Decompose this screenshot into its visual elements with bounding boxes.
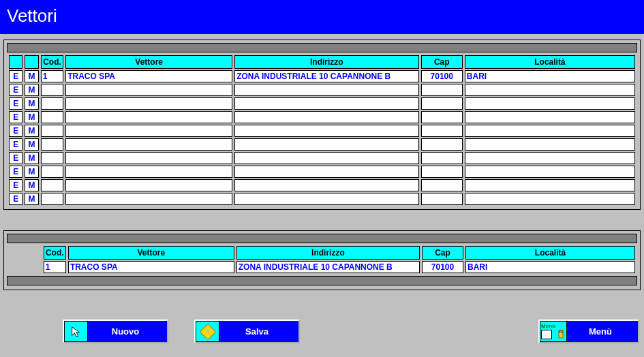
- cell-cod[interactable]: [41, 166, 63, 178]
- cell-indirizzo[interactable]: [234, 179, 419, 191]
- detail-localita[interactable]: BARI: [465, 261, 635, 273]
- row-delete-button[interactable]: E: [9, 138, 22, 151]
- detail-col-vettore: Vettore: [68, 246, 234, 260]
- cell-indirizzo[interactable]: [234, 138, 419, 151]
- row-modify-button[interactable]: M: [25, 111, 38, 123]
- row-delete-button[interactable]: E: [9, 111, 22, 123]
- menu-label: Menù: [570, 326, 638, 337]
- cell-indirizzo[interactable]: [234, 152, 419, 164]
- cell-localita[interactable]: [465, 166, 635, 178]
- col-header-empty1: [9, 55, 22, 69]
- row-modify-button[interactable]: M: [25, 97, 38, 110]
- cell-vettore[interactable]: [65, 152, 232, 164]
- table-row: EM: [9, 166, 635, 178]
- cell-localita[interactable]: [465, 193, 635, 205]
- cell-vettore[interactable]: [65, 179, 232, 191]
- row-modify-button[interactable]: M: [25, 138, 38, 151]
- cell-localita[interactable]: [465, 125, 635, 137]
- row-delete-button[interactable]: E: [9, 193, 22, 205]
- detail-vettore[interactable]: TRACO SPA: [68, 261, 234, 273]
- cell-indirizzo[interactable]: [234, 97, 419, 110]
- cell-vettore[interactable]: [65, 166, 232, 178]
- nuovo-button[interactable]: Nuovo: [63, 320, 168, 343]
- cell-localita[interactable]: [465, 84, 635, 96]
- salva-label: Salva: [222, 326, 298, 337]
- cell-vettore[interactable]: [65, 138, 232, 151]
- detail-col-indirizzo: Indirizzo: [236, 246, 420, 260]
- detail-cap[interactable]: 70100: [422, 261, 463, 273]
- cell-cap[interactable]: [421, 125, 463, 137]
- cell-cod[interactable]: 1: [41, 70, 63, 82]
- cell-vettore[interactable]: [65, 97, 232, 110]
- cell-indirizzo[interactable]: [234, 193, 419, 205]
- table-row: EM: [9, 193, 635, 205]
- row-delete-button[interactable]: E: [9, 166, 22, 178]
- cell-vettore[interactable]: TRACO SPA: [65, 70, 232, 82]
- salva-button[interactable]: Salva: [194, 320, 300, 343]
- detail-cod[interactable]: 1: [44, 261, 66, 273]
- row-delete-button[interactable]: E: [9, 84, 22, 96]
- menu-button[interactable]: Menù Menù: [538, 320, 639, 343]
- detail-indirizzo[interactable]: ZONA INDUSTRIALE 10 CAPANNONE B: [236, 261, 420, 273]
- row-delete-button[interactable]: E: [9, 97, 22, 110]
- col-header-empty2: [25, 55, 38, 69]
- cell-indirizzo[interactable]: ZONA INDUSTRIALE 10 CAPANNONE B: [234, 70, 419, 82]
- cell-vettore[interactable]: [65, 84, 232, 96]
- row-modify-button[interactable]: M: [25, 125, 38, 137]
- cell-localita[interactable]: [465, 111, 635, 123]
- cell-cod[interactable]: [41, 84, 63, 96]
- cell-indirizzo[interactable]: [234, 84, 419, 96]
- cell-cod[interactable]: [41, 138, 63, 151]
- cell-cod[interactable]: [41, 179, 63, 191]
- row-delete-button[interactable]: E: [9, 70, 22, 82]
- grid-toolbar: [7, 43, 637, 52]
- detail-col-cod: Cod.: [44, 246, 66, 260]
- row-modify-button[interactable]: M: [25, 84, 38, 96]
- cell-localita[interactable]: [465, 179, 635, 191]
- cell-indirizzo[interactable]: [234, 125, 419, 137]
- col-header-cap: Cap: [421, 55, 463, 69]
- cell-cap[interactable]: [421, 138, 463, 151]
- detail-row: 1 TRACO SPA ZONA INDUSTRIALE 10 CAPANNON…: [9, 261, 635, 273]
- cell-cap[interactable]: [421, 84, 463, 96]
- detail-col-cap: Cap: [422, 246, 463, 260]
- cell-localita[interactable]: BARI: [465, 70, 635, 82]
- cell-indirizzo[interactable]: [234, 166, 419, 178]
- row-modify-button[interactable]: M: [25, 152, 38, 164]
- cell-cod[interactable]: [41, 111, 63, 123]
- cell-cap[interactable]: [421, 179, 463, 191]
- col-header-cod: Cod.: [41, 55, 63, 69]
- col-header-vettore: Vettore: [65, 55, 232, 69]
- detail-toolbar: [7, 234, 637, 243]
- nuovo-label: Nuovo: [91, 326, 167, 337]
- cell-localita[interactable]: [465, 152, 635, 164]
- cell-vettore[interactable]: [65, 125, 232, 137]
- table-row: EM1TRACO SPAZONA INDUSTRIALE 10 CAPANNON…: [9, 70, 635, 82]
- cell-cod[interactable]: [41, 125, 63, 137]
- cell-cap[interactable]: [421, 152, 463, 164]
- cell-vettore[interactable]: [65, 193, 232, 205]
- cell-cod[interactable]: [41, 193, 63, 205]
- row-modify-button[interactable]: M: [25, 179, 38, 191]
- cell-localita[interactable]: [465, 97, 635, 110]
- row-modify-button[interactable]: M: [25, 166, 38, 178]
- cell-localita[interactable]: [465, 138, 635, 151]
- cell-cap[interactable]: 70100: [421, 70, 463, 82]
- row-delete-button[interactable]: E: [9, 179, 22, 191]
- cell-cod[interactable]: [41, 97, 63, 110]
- cell-vettore[interactable]: [65, 111, 232, 123]
- row-modify-button[interactable]: M: [25, 193, 38, 205]
- col-header-localita: Località: [465, 55, 635, 69]
- cell-cod[interactable]: [41, 152, 63, 164]
- row-modify-button[interactable]: M: [25, 70, 38, 82]
- detail-panel: Cod. Vettore Indirizzo Cap Località 1 TR…: [3, 230, 641, 290]
- cell-cap[interactable]: [421, 166, 463, 178]
- row-delete-button[interactable]: E: [9, 152, 22, 164]
- table-row: EM: [9, 152, 635, 164]
- cell-cap[interactable]: [421, 97, 463, 110]
- cell-cap[interactable]: [421, 193, 463, 205]
- row-delete-button[interactable]: E: [9, 125, 22, 137]
- table-row: EM: [9, 97, 635, 110]
- cell-cap[interactable]: [421, 111, 463, 123]
- cell-indirizzo[interactable]: [234, 111, 419, 123]
